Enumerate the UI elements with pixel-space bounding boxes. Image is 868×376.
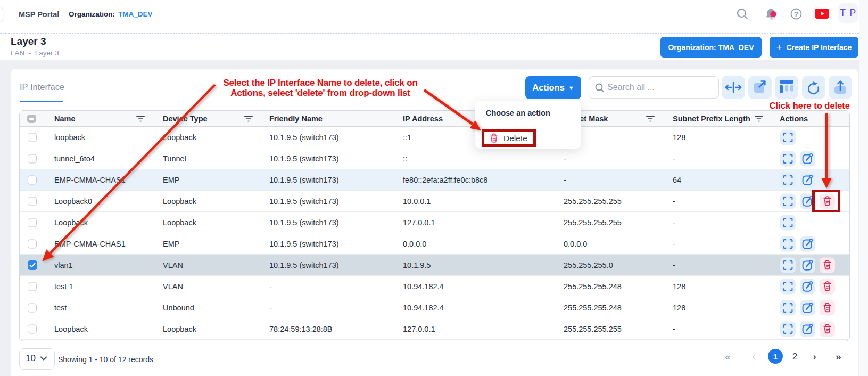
svg-text:?: ? — [794, 10, 798, 18]
